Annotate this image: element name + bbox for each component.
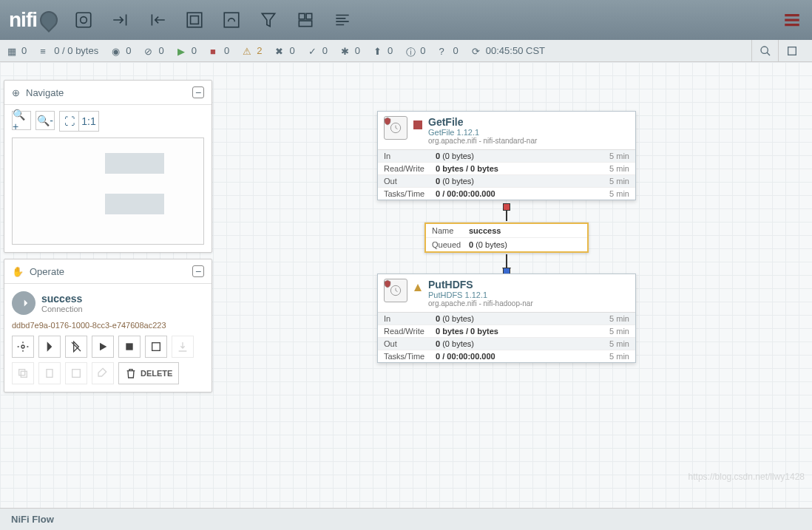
svg-point-9 [21, 345, 24, 348]
connection-icon [12, 291, 35, 315]
copy-button [12, 362, 34, 384]
processor-getfile[interactable]: GetFile GetFile 1.12.1 org.apache.nifi -… [377, 111, 636, 200]
active-threads-stat: ▦0 [7, 45, 27, 56]
stopped-status-icon [413, 119, 422, 128]
global-menu-icon[interactable] [781, 9, 803, 31]
collapse-operate-button[interactable]: − [192, 265, 204, 277]
processor-drag-icon[interactable] [72, 9, 95, 31]
processor-bundle: org.apache.nifi - nifi-hadoop-nar [428, 299, 533, 308]
start-button[interactable] [92, 336, 114, 358]
target-icon: ⊕ [12, 87, 20, 98]
processor-bundle: org.apache.nifi - nifi-standard-nar [428, 137, 537, 145]
flow-canvas[interactable]: ⊕ Navigate − 🔍+ 🔍- ⛶ 1:1 ✋ Operate − [0, 62, 812, 508]
color-button [92, 362, 114, 384]
svg-rect-17 [413, 120, 422, 129]
processor-type: PutHDFS 1.12.1 [428, 291, 533, 299]
navigate-title: Navigate [26, 87, 64, 98]
stopped-stat: ■0 [210, 45, 229, 56]
funnel-drag-icon[interactable] [257, 9, 280, 31]
processor-icon [384, 279, 407, 302]
selection-uuid: ddbd7e9a-0176-1000-8cc3-e747608ac223 [12, 321, 204, 330]
svg-rect-14 [47, 370, 53, 378]
connection-success[interactable]: Namesuccess Queued0 (0 bytes) [424, 222, 589, 253]
zoom-out-button[interactable]: 🔍- [35, 111, 55, 130]
running-stat: ▶0 [177, 45, 197, 56]
not-transmitting-stat: ⊘0 [144, 45, 163, 56]
svg-rect-10 [126, 343, 132, 350]
breadcrumb-bar: NiFi Flow [0, 508, 812, 530]
watermark-text: https://blog.csdn.net/llwy1428 [688, 472, 805, 482]
upload-template-button [172, 336, 194, 358]
svg-rect-8 [788, 47, 796, 55]
remote-group-drag-icon[interactable] [220, 9, 243, 31]
collapse-navigate-button[interactable]: − [192, 86, 204, 98]
svg-rect-6 [299, 21, 311, 27]
svg-rect-1 [187, 13, 202, 27]
breadcrumb-root[interactable]: NiFi Flow [11, 514, 54, 525]
flow-status-bar: ▦0 ≡0 / 0 bytes ◉0 ⊘0 ▶0 ■0 ⚠2 ✖0 ✓0 ✱0 … [0, 40, 812, 62]
birdseye-view[interactable] [12, 137, 204, 245]
operate-title: Operate [30, 266, 64, 277]
uptodate-stat: ✓0 [308, 45, 328, 56]
connection-line [506, 254, 507, 269]
zoom-fit-button[interactable]: ⛶ [60, 112, 79, 131]
svg-rect-3 [224, 13, 239, 27]
configure-button[interactable] [12, 336, 34, 358]
search-button[interactable] [751, 40, 778, 62]
svg-rect-15 [72, 370, 81, 378]
output-port-drag-icon[interactable] [146, 9, 169, 31]
nifi-logo: nifi [9, 8, 58, 32]
disable-button[interactable] [65, 336, 87, 358]
operate-panel: ✋ Operate − success Connection ddbd7e9a-… [4, 259, 212, 393]
svg-point-7 [761, 47, 768, 53]
processor-icon [384, 116, 407, 140]
template-drag-icon[interactable] [294, 9, 317, 31]
birdseye-rect [105, 194, 164, 214]
invalid-stat: ⚠2 [243, 45, 262, 56]
selection-type: Connection [41, 305, 83, 313]
selection-name: success [41, 293, 83, 305]
svg-rect-5 [306, 13, 312, 19]
restricted-icon [383, 278, 392, 287]
processor-name: GetFile [428, 116, 537, 128]
template-button[interactable] [145, 336, 167, 358]
last-refresh-stat: ⟳00:45:50 CST [472, 45, 545, 56]
stop-button[interactable] [118, 336, 141, 358]
sync-failure-stat: ⓘ0 [406, 45, 425, 56]
main-header: nifi [0, 0, 812, 40]
zoom-actual-button[interactable]: 1:1 [79, 112, 98, 131]
source-port[interactable] [503, 203, 510, 211]
processor-puthdfs[interactable]: PutHDFS PutHDFS 1.12.1 org.apache.nifi -… [377, 274, 636, 363]
enable-button[interactable] [38, 336, 61, 358]
processor-name: PutHDFS [428, 279, 533, 291]
transmitting-stat: ◉0 [112, 45, 131, 56]
input-port-drag-icon[interactable] [109, 9, 132, 31]
label-drag-icon[interactable] [331, 9, 353, 31]
process-group-drag-icon[interactable] [183, 9, 206, 31]
birdseye-rect [105, 153, 164, 174]
invalid-status-icon [413, 282, 422, 291]
locally-modified-stat: ✱0 [341, 45, 360, 56]
svg-rect-0 [76, 13, 91, 27]
processor-stats: In0 (0 bytes)5 min Read/Write0 bytes / 0… [378, 312, 635, 362]
processor-type: GetFile 1.12.1 [428, 128, 537, 137]
queued-stat: ≡0 / 0 bytes [40, 45, 98, 56]
disabled-stat: ✖0 [275, 45, 294, 56]
zoom-in-button[interactable]: 🔍+ [12, 111, 31, 130]
processor-stats: In0 (0 bytes)5 min Read/Write0 bytes / 0… [378, 149, 635, 200]
unknown-stat: ?0 [439, 45, 459, 56]
hand-icon: ✋ [12, 266, 24, 277]
group-button [65, 362, 87, 384]
svg-rect-13 [19, 370, 25, 376]
stale-stat: ⬆0 [373, 45, 393, 56]
svg-rect-12 [21, 371, 27, 377]
svg-rect-11 [152, 343, 160, 351]
svg-rect-2 [191, 16, 199, 24]
bulletin-button[interactable] [778, 40, 805, 62]
paste-button [38, 362, 61, 384]
restricted-icon [383, 115, 392, 124]
delete-button[interactable]: DELETE [118, 362, 179, 384]
svg-rect-4 [299, 13, 305, 19]
navigate-panel: ⊕ Navigate − 🔍+ 🔍- ⛶ 1:1 [4, 80, 212, 253]
